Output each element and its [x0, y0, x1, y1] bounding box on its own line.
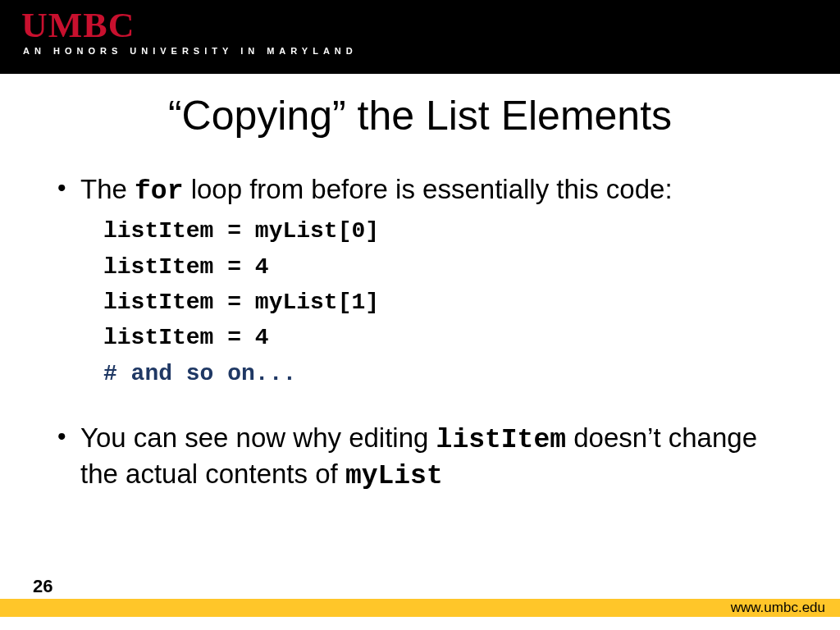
code-block: listItem = myList[0] listItem = 4 listIt… — [103, 213, 799, 391]
slide: UMBC AN HONORS UNIVERSITY IN MARYLAND “C… — [0, 0, 840, 630]
bullet-1-mono: for — [135, 176, 183, 207]
code-line-5-comment: # and so on... — [103, 356, 799, 391]
page-number: 26 — [33, 576, 52, 597]
bullet-2: You can see now why editing listItem doe… — [57, 421, 799, 494]
code-line-1: listItem = myList[0] — [103, 213, 799, 249]
bullet-2-m1: listItem — [436, 425, 566, 455]
bullet-1-pre: The — [80, 174, 135, 204]
slide-body: The for loop from before is essentially … — [57, 172, 799, 499]
footer-bar — [0, 599, 840, 617]
slide-title: “Copying” the List Elements — [0, 92, 840, 139]
umbc-logo: UMBC — [21, 6, 135, 45]
bullet-1-post: loop from before is essentially this cod… — [183, 174, 672, 204]
bullet-2-m2: myList — [345, 461, 443, 491]
bullet-1: The for loop from before is essentially … — [57, 172, 799, 391]
code-line-4: listItem = 4 — [103, 320, 799, 355]
bullet-2-p1: You can see now why editing — [80, 422, 436, 453]
header-bar: UMBC AN HONORS UNIVERSITY IN MARYLAND — [0, 0, 840, 74]
footer-url: www.umbc.edu — [731, 600, 825, 616]
code-line-3: listItem = myList[1] — [103, 285, 799, 320]
tagline: AN HONORS UNIVERSITY IN MARYLAND — [23, 46, 358, 56]
code-line-2: listItem = 4 — [103, 249, 799, 285]
